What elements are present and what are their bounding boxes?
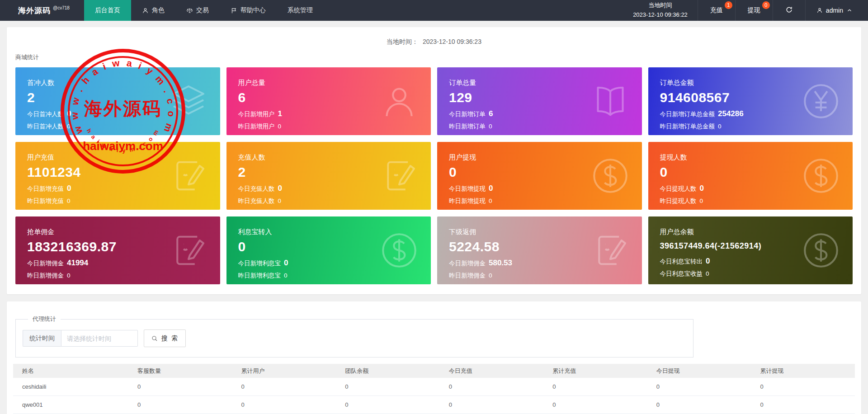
stat-card-yesterday-value: 0 — [278, 123, 282, 130]
nav-item-label: 系统管理 — [288, 6, 313, 14]
stat-card-yesterday-value: 0 — [700, 198, 703, 204]
clip-icon — [590, 231, 630, 270]
stat-card-yesterday-label: 昨日充值人数 — [238, 197, 275, 205]
dollar-icon — [590, 156, 630, 196]
stat-card-today-label: 今日充值人数 — [238, 185, 275, 193]
stat-card-today-value: 0 — [67, 184, 71, 193]
refresh-button[interactable] — [773, 0, 805, 21]
stat-card-yesterday-value: 0 — [489, 198, 492, 204]
nav-item-roles[interactable]: 角色 — [131, 0, 175, 21]
stat-card-yesterday-value: 0 — [706, 270, 709, 277]
stat-card-0: 首冲人数 2 今日首冲人数 0 昨日首冲人数 0 — [15, 67, 220, 135]
stat-card-yesterday-label: 昨日新增充值 — [27, 197, 64, 205]
nav-item-label: 帮助中心 — [241, 6, 266, 14]
table-cell: 0 — [128, 378, 232, 395]
main-menu: 后台首页 角色 交易 帮助中心 系统管理 — [84, 0, 324, 21]
stat-time-input[interactable] — [61, 330, 138, 347]
table-cell: 0 — [440, 378, 544, 395]
user-icon — [142, 7, 149, 14]
stat-card-today-value: 0 — [700, 184, 704, 193]
table-cell: 0 — [128, 396, 232, 414]
local-time-line-value: 2023-12-10 09:36:23 — [423, 38, 481, 45]
top-navbar: 海外源码 @cv718 后台首页 角色 交易 帮助中心 系统管理 — [0, 0, 868, 21]
stat-card-today-value: 254286 — [718, 109, 744, 118]
stat-card-yesterday-label: 昨日新增用户 — [238, 122, 275, 131]
dollar-icon — [801, 156, 841, 196]
clip-icon — [169, 231, 208, 270]
table-header-0: 姓名 — [13, 364, 128, 378]
local-time-line: 当地时间： 2023-12-10 09:36:23 — [15, 38, 853, 46]
table-header-7: 累计提现 — [751, 364, 855, 378]
user-icon — [379, 81, 419, 121]
nav-item-dashboard[interactable]: 后台首页 — [84, 0, 131, 21]
brand: 海外源码 @cv718 — [0, 0, 84, 21]
stat-card-yesterday-label: 今日利息宝收益 — [660, 270, 703, 278]
recharge-button[interactable]: 充值 1 — [698, 0, 735, 21]
username: admin — [826, 7, 843, 14]
table-cell: 0 — [751, 378, 855, 395]
table-row-1[interactable]: qwe0010000000 — [13, 396, 855, 414]
stat-card-yesterday-value: 0 — [67, 198, 71, 204]
stat-card-1: 用户总量 6 今日新增用户 1 昨日新增用户 0 — [226, 67, 431, 135]
shop-stats-panel: 当地时间： 2023-12-10 09:36:23 商城统计 首冲人数 2 今日… — [7, 27, 861, 294]
table-cell: 0 — [751, 396, 855, 414]
stat-card-today-label: 今日新增充值 — [27, 185, 64, 193]
stat-card-6: 用户提现 0 今日新增提现 0 昨日新增提现 0 — [437, 142, 642, 210]
stat-card-today-label: 今日新增用户 — [238, 110, 275, 118]
stat-card-yesterday-value: 0 — [67, 272, 71, 279]
search-button[interactable]: 搜 索 — [144, 329, 186, 347]
nav-item-help-center[interactable]: 帮助中心 — [220, 0, 277, 21]
search-icon — [151, 335, 158, 342]
stat-card-today-value: 0 — [284, 259, 288, 268]
agent-stats-fieldset: 代理统计 统计时间 搜 索 — [15, 315, 693, 358]
stat-card-yesterday-value: 0 — [284, 272, 288, 279]
stat-card-5: 充值人数 2 今日充值人数 0 昨日充值人数 0 — [226, 142, 431, 210]
table-cell: 0 — [440, 396, 544, 414]
agent-stats-panel: 代理统计 统计时间 搜 索 姓名客服数量累计用户团队余额今日充值累计充值今日提现… — [7, 301, 861, 414]
dollar-icon — [379, 231, 419, 270]
nav-item-system[interactable]: 系统管理 — [277, 0, 324, 21]
table-header-6: 今日提现 — [647, 364, 751, 378]
table-row-0[interactable]: ceshidaili0000000 — [13, 378, 855, 396]
stat-card-yesterday-label: 昨日新增佣金 — [449, 272, 486, 280]
table-header-5: 累计充值 — [543, 364, 647, 378]
yen-icon — [801, 81, 841, 121]
clip-icon — [169, 156, 208, 196]
nav-item-label: 后台首页 — [95, 6, 120, 14]
local-time-block: 当地时间 2023-12-10 09:36:22 — [623, 0, 698, 21]
table-header-2: 累计用户 — [232, 364, 336, 378]
table-cell: 0 — [232, 378, 336, 395]
agent-stats-legend: 代理统计 — [28, 315, 61, 323]
brand-title: 海外源码 — [18, 5, 51, 16]
table-cell-name: ceshidaili — [13, 378, 128, 395]
stat-card-yesterday-value: 0 — [278, 198, 282, 204]
table-header-3: 团队余额 — [336, 364, 440, 378]
table-cell: 0 — [336, 378, 440, 395]
local-time-label: 当地时间 — [633, 1, 688, 10]
stat-card-today-value: 0 — [67, 109, 71, 118]
stat-card-yesterday-label: 昨日新增利息宝 — [238, 272, 281, 280]
agent-table: 姓名客服数量累计用户团队余额今日充值累计充值今日提现累计提现 ceshidail… — [13, 364, 855, 414]
withdraw-button[interactable]: 提现 0 — [735, 0, 773, 21]
table-cell: 0 — [232, 396, 336, 414]
stat-card-today-value: 0 — [706, 257, 710, 266]
dollar-icon — [801, 231, 841, 270]
stat-card-9: 利息宝转入 0 今日新增利息宝 0 昨日新增利息宝 0 — [226, 216, 431, 284]
user-menu[interactable]: admin — [805, 0, 868, 21]
stat-card-yesterday-value: 0 — [718, 123, 722, 130]
table-header-1: 客服数量 — [128, 364, 232, 378]
nav-item-label: 交易 — [196, 6, 209, 14]
stat-card-3: 订单总金额 914608567 今日新增订单总金额 254286 昨日新增订单总… — [648, 67, 853, 135]
stat-card-11: 用户总余额 396157449.64(-21562914) 今日利息宝转出 0 … — [648, 216, 853, 284]
table-cell: 0 — [543, 378, 647, 395]
stat-card-yesterday-value: 0 — [489, 123, 492, 130]
stat-card-7: 提现人数 0 今日提现人数 0 昨日提现人数 0 — [648, 142, 853, 210]
table-cell: 0 — [336, 396, 440, 414]
stat-cards-grid: 首冲人数 2 今日首冲人数 0 昨日首冲人数 0 用户总量 6 今日新增用户 1… — [15, 67, 853, 284]
stat-card-today-value: 0 — [278, 184, 282, 193]
nav-item-trade[interactable]: 交易 — [175, 0, 220, 21]
navbar-right: 当地时间 2023-12-10 09:36:22 充值 1 提现 0 admin — [623, 0, 868, 21]
table-cell: 0 — [647, 378, 751, 395]
table-cell-name: qwe001 — [13, 396, 128, 414]
stat-card-today-label: 今日提现人数 — [660, 185, 697, 193]
